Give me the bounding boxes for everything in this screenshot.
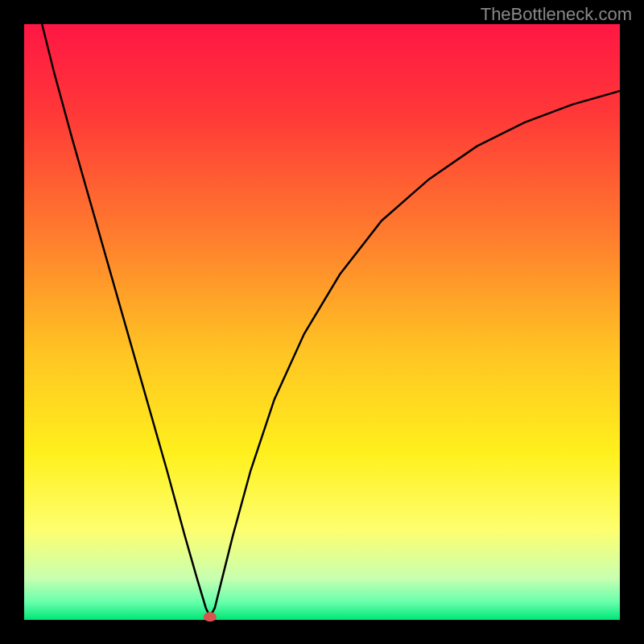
watermark-text: TheBottleneck.com (481, 4, 632, 25)
chart-container (0, 0, 644, 644)
chart-svg (0, 0, 644, 644)
plot-background (24, 24, 620, 620)
optimum-marker (204, 612, 217, 621)
